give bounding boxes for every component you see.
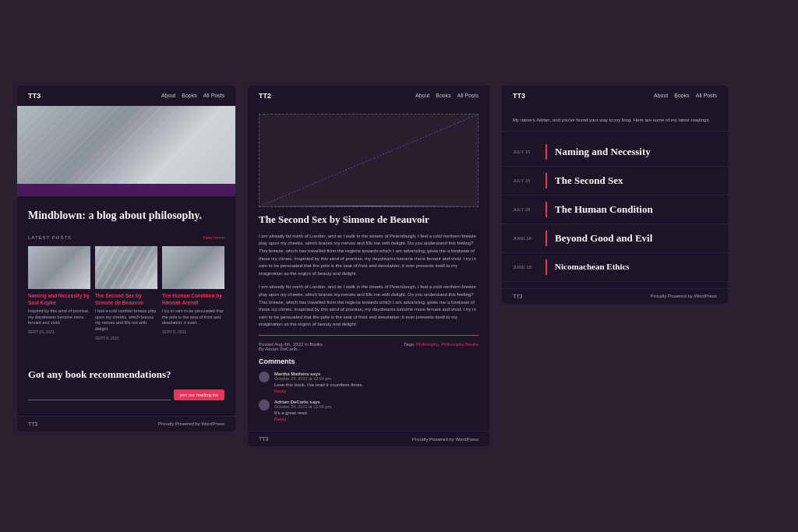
screen2-logo: TT2 — [259, 92, 271, 100]
nav-about-2[interactable]: About — [415, 93, 429, 98]
screen-2: TT2 About Books All Posts The Second Sex… — [248, 86, 489, 446]
book-red-bar-3 — [546, 231, 547, 246]
comment-body-1: Adrian DeCarlo says October 24, 2021 at … — [274, 400, 331, 421]
book-date-0: JULY 15 — [513, 150, 538, 154]
book-red-bar-2 — [546, 202, 547, 217]
post-image-0 — [28, 246, 90, 289]
screen3-logo: TT3 — [513, 92, 525, 100]
book-item-0: JULY 15 Naming and Necessity — [502, 138, 728, 167]
comment-reply-0[interactable]: Reply — [274, 389, 363, 393]
screen1-footer: TT3 Proudly Powered by WordPress — [17, 416, 235, 432]
book-title-0[interactable]: Naming and Necessity — [555, 146, 717, 158]
view-more-link[interactable]: View more — [203, 235, 224, 240]
book-title-1[interactable]: The Second Sex — [555, 174, 717, 187]
book-item-3: JUNE 18 Beyond Good and Evil — [502, 224, 728, 253]
cta-input-row: join our mailing list — [28, 389, 224, 400]
post-image-1 — [95, 246, 157, 289]
book-date-2: JULY 28 — [513, 207, 538, 212]
post-title-2[interactable]: The Human Condition by Hannah Arendt — [162, 293, 224, 306]
book-date-1: JULY 15 — [513, 178, 538, 183]
screen1-logo: TT3 — [28, 92, 41, 100]
screens-container: TT3 About Books All Posts Mindblown: a b… — [17, 86, 781, 446]
book-item-1: JULY 15 The Second Sex — [502, 167, 728, 196]
article-body-1: I am already far north of London, and as… — [248, 233, 489, 278]
books-list: JULY 15 Naming and Necessity JULY 15 The… — [502, 132, 728, 288]
comment-body-0: Martha Mathers says October 24, 2021 at … — [274, 372, 363, 393]
meta-left: Posted Aug 4th, 2022 in Books By Adrian … — [259, 342, 323, 351]
hero-image — [17, 106, 235, 184]
nav-allposts-3[interactable]: All Posts — [696, 93, 717, 98]
footer-powered-2: Proudly Powered by WordPress — [412, 437, 478, 442]
nav-about-3[interactable]: About — [654, 93, 668, 98]
comment-text-1: It's a great read. — [274, 410, 331, 415]
comments-section: Comments Martha Mathers says October 24,… — [248, 358, 489, 421]
post-title-0[interactable]: Naming and Necessity by Saul Kripke — [28, 293, 90, 306]
comment-reply-1[interactable]: Reply — [274, 417, 331, 421]
meta-by: By Adrian DeCarlo... — [259, 347, 301, 351]
book-title-2[interactable]: The Human Condition — [555, 203, 717, 216]
screen-3: TT3 About Books All Posts My name's Adri… — [502, 86, 728, 304]
screen1-nav: TT3 About Books All Posts — [17, 86, 235, 106]
book-item-2: JULY 28 The Human Condition — [502, 196, 728, 224]
book-red-bar-1 — [546, 173, 547, 188]
featured-image — [259, 114, 478, 207]
article-body-2: I am already far north of London, and as… — [248, 284, 489, 329]
avatar-1 — [259, 400, 270, 410]
book-date-4: JUNE 18 — [513, 265, 538, 270]
nav-books-3[interactable]: Books — [674, 93, 689, 98]
screen3-nav: TT3 About Books All Posts — [502, 86, 728, 106]
tagline: Mindblown: a blog about philosophy. — [28, 209, 224, 223]
screen2-footer: TT3 Proudly Powered by WordPress — [248, 431, 489, 446]
posts-grid: Naming and Necessity by Saul Kripke Insp… — [28, 246, 224, 340]
footer-powered-1: Proudly Powered by WordPress — [158, 421, 224, 426]
article-title: The Second Sex by Simone de Beauvoir — [248, 213, 489, 233]
post-card-0: Naming and Necessity by Saul Kripke Insp… — [28, 246, 90, 340]
footer-logo-1: TT3 — [28, 421, 37, 427]
screen1-nav-links: About Books All Posts — [161, 93, 224, 98]
svg-line-0 — [260, 115, 478, 206]
post-title-1[interactable]: The Second Sex by Simone de Beauvoir — [95, 293, 157, 306]
post-date-2: SEPT 8, 2021 — [162, 329, 224, 334]
post-date-0: SEPT 15, 2021 — [28, 329, 90, 334]
nav-books-1[interactable]: Books — [182, 93, 196, 98]
footer-powered-3: Proudly Powered by WordPress — [651, 294, 717, 298]
comment-text-0: Love this book. I've read it countless t… — [274, 382, 363, 387]
footer-logo-2: TT3 — [259, 436, 268, 442]
footer-logo-3: TT3 — [513, 294, 522, 299]
meta-tags-label: Tags: — [404, 342, 415, 347]
hero-overlay — [17, 184, 235, 196]
cta-title: Got any book recommendations? — [28, 368, 224, 382]
nav-about-1[interactable]: About — [161, 93, 175, 98]
nav-allposts-1[interactable]: All Posts — [203, 93, 224, 98]
screen3-footer: TT3 Proudly Powered by WordPress — [502, 288, 728, 304]
nav-allposts-2[interactable]: All Posts — [457, 93, 478, 98]
bio-text: My name's Adrian, and you've found your … — [502, 106, 728, 132]
comment-0: Martha Mathers says October 24, 2021 at … — [259, 372, 478, 393]
book-title-4[interactable]: Nicomachean Ethics — [555, 262, 717, 272]
screen2-nav-links: About Books All Posts — [415, 93, 478, 98]
cta-section: Got any book recommendations? join our m… — [17, 358, 235, 416]
screen1-main: Mindblown: a blog about philosophy. LATE… — [17, 196, 235, 358]
post-card-2: The Human Condition by Hannah Arendt I t… — [162, 246, 224, 340]
screen3-nav-links: About Books All Posts — [654, 93, 717, 98]
posts-section-header: LATEST POSTS View more — [28, 235, 224, 240]
cta-button[interactable]: join our mailing list — [174, 389, 224, 400]
post-excerpt-1: I feel a cold northen breeze play upon m… — [95, 308, 157, 333]
book-date-3: JUNE 18 — [513, 236, 538, 241]
comment-1: Adrian DeCarlo says October 24, 2021 at … — [259, 400, 478, 421]
book-red-bar-4 — [546, 259, 547, 275]
post-card-1: The Second Sex by Simone de Beauvoir I f… — [95, 246, 157, 340]
nav-books-2[interactable]: Books — [436, 93, 450, 98]
post-image-2 — [162, 246, 224, 289]
book-red-bar-0 — [546, 144, 547, 160]
screen2-nav: TT2 About Books All Posts — [248, 86, 489, 106]
post-excerpt-2: I try in vain to be persuaded that the p… — [162, 308, 224, 326]
book-title-3[interactable]: Beyond Good and Evil — [555, 232, 717, 245]
article-divider — [259, 335, 478, 336]
post-meta: Posted Aug 4th, 2022 in Books By Adrian … — [248, 342, 489, 351]
email-input[interactable] — [28, 389, 171, 400]
comment-date-0: October 24, 2021 at 12:04 pm — [274, 376, 363, 381]
latest-posts-label: LATEST POSTS — [28, 235, 72, 240]
meta-tags[interactable]: Philosophy, Philosophy Books — [416, 342, 478, 347]
comment-date-1: October 24, 2021 at 12:06 pm — [274, 404, 331, 409]
